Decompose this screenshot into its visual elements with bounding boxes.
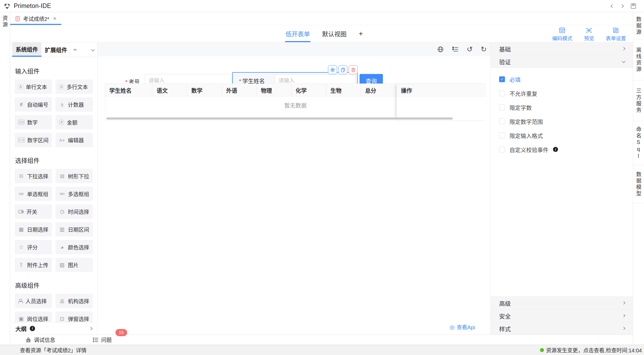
rail-item-named-sql[interactable]: 命名Sql <box>633 121 644 165</box>
problems-button[interactable]: 问题 15 <box>92 336 112 344</box>
add-view-button[interactable]: + <box>359 25 363 42</box>
component-card[interactable]: ≕多选框组 <box>55 187 93 201</box>
history-forward-icon[interactable] <box>621 4 623 8</box>
title-bar-actions <box>611 3 641 9</box>
form-settings-button[interactable]: 表单设置 <box>606 27 626 42</box>
component-card[interactable]: ◕颜色选择 <box>55 240 93 254</box>
single-line-text-icon: A <box>18 85 23 89</box>
table-column-header-actions[interactable]: 操作 <box>397 84 486 97</box>
component-card[interactable]: ≔单选框组 <box>15 187 52 201</box>
history-back-icon[interactable] <box>611 4 614 8</box>
input-format-checkbox[interactable] <box>499 133 505 138</box>
outline-toggle[interactable]: 大纲 i <box>10 322 97 335</box>
delete-field-button[interactable] <box>349 65 358 74</box>
component-card[interactable]: ▨图片 <box>55 258 93 272</box>
char-limit-checkbox[interactable] <box>499 104 505 110</box>
component-card[interactable]: ⊟下拉选择 <box>15 169 52 183</box>
date-range-icon: ▥ <box>59 226 65 233</box>
tab-extended-components[interactable]: 扩展组件 <box>41 42 71 57</box>
currency-icon: ¥ <box>59 120 64 125</box>
component-card[interactable]: ±计数器 <box>55 97 93 112</box>
view-bar: 低开表单 默认视图 + 编码模式 预览 表单设置 <box>10 25 633 42</box>
tab-default-view[interactable]: 默认视图 <box>322 25 347 42</box>
section-title-input-components: 输入组件 <box>15 66 93 75</box>
component-card[interactable]: ▤树形下拉 <box>55 169 93 183</box>
field-settings-button[interactable] <box>328 65 337 74</box>
rail-item-datasource[interactable]: 数据源 <box>633 12 644 40</box>
section-style[interactable]: 样式 <box>491 322 633 335</box>
outline-label: 大纲 <box>15 325 27 332</box>
rail-item-data-model[interactable]: 数据模型 <box>633 165 644 203</box>
table-column-header[interactable]: 语文 <box>152 84 187 96</box>
table-column-header[interactable]: 化学 <box>291 84 326 96</box>
outline-expand-icon[interactable] <box>89 327 93 330</box>
debug-info-button[interactable]: 调试信息 <box>25 336 55 344</box>
tab-low-code-form[interactable]: 低开表单 <box>286 25 310 42</box>
section-security[interactable]: 安全 <box>491 309 633 322</box>
view-api-link[interactable]: ◎ 查看Api <box>450 323 475 331</box>
component-card[interactable]: 123数字 <box>15 115 52 129</box>
custom-validation-label: 自定义校验事件 <box>509 146 548 154</box>
properties-bottom-sections: 高级 安全 样式 <box>491 296 633 335</box>
document-tab[interactable]: 考试成绩2* × <box>10 12 61 25</box>
no-duplicate-checkbox[interactable] <box>499 90 505 96</box>
custom-validation-checkbox[interactable] <box>499 147 505 152</box>
outline-tree-icon[interactable] <box>452 46 459 53</box>
section-advanced[interactable]: 高级 <box>491 296 633 309</box>
component-card[interactable]: ☆评分 <box>15 240 52 254</box>
component-card[interactable]: ▣岗位选择 <box>15 312 52 322</box>
table-column-header[interactable]: 外语 <box>222 84 257 96</box>
data-table-widget[interactable]: 学生姓名 语文 数学 外语 物理 化学 生物 总分 暂无数据 操作 <box>105 84 486 121</box>
chevron-right-icon <box>622 47 625 50</box>
resource-change-notice[interactable]: 资源发生变更，点击查看,检查时间:14:04 <box>540 346 642 354</box>
preview-button[interactable]: 预览 <box>584 27 594 42</box>
widget-action-buttons <box>328 65 358 74</box>
multi-line-text-icon: A <box>59 85 64 89</box>
switch-icon <box>18 210 24 213</box>
table-column-header[interactable]: 生物 <box>326 84 361 96</box>
component-card[interactable]: ▦日期选择 <box>15 222 52 236</box>
section-basic[interactable]: 基础 <box>491 42 633 55</box>
number-range-checkbox[interactable] <box>499 119 505 124</box>
component-card[interactable]: ⊡弹窗选择 <box>55 312 93 322</box>
component-card[interactable]: A多行文本 <box>55 80 93 94</box>
table-horizontal-scrollbar[interactable] <box>106 117 453 120</box>
close-tab-icon[interactable]: × <box>53 15 57 22</box>
section-style-label: 样式 <box>499 324 511 333</box>
copy-field-button[interactable] <box>338 65 347 74</box>
component-card[interactable]: ⇧附件上传 <box>15 258 52 272</box>
component-card[interactable]: 1~3数字区间 <box>15 133 52 147</box>
code-mode-button[interactable]: 编码模式 <box>552 27 572 42</box>
form-canvas[interactable]: ↺ ↻ *考号 *学生姓名 <box>98 42 490 335</box>
code-mode-label: 编码模式 <box>552 34 572 42</box>
section-validation[interactable]: 验证 <box>491 55 633 68</box>
i18n-globe-icon[interactable] <box>437 46 444 53</box>
sidebar-item-resources[interactable]: 资源 <box>1 15 9 345</box>
component-card[interactable]: ¥金额 <box>55 115 93 129</box>
component-card[interactable]: ◷时间选择 <box>55 204 93 219</box>
redo-icon[interactable]: ↻ <box>481 46 487 53</box>
query-form-row: *考号 *学生姓名 查询 <box>98 56 490 84</box>
component-card[interactable]: 品机构选择 <box>55 294 93 308</box>
table-column-header[interactable]: 学生姓名 <box>105 84 152 96</box>
rail-item-offline-resources[interactable]: 离线资源 <box>633 40 644 80</box>
tab-system-components[interactable]: 系统组件 <box>12 42 41 57</box>
component-card[interactable]: 开关 <box>15 204 52 219</box>
problems-count-badge: 15 <box>115 329 127 336</box>
component-filter-icon[interactable]: ≂ <box>73 42 77 57</box>
component-panel: 系统组件 扩展组件 ≂ 输入组件 A单行文本 A多行文本 #自动编号 ±计数器 … <box>10 42 98 335</box>
table-column-header[interactable]: 物理 <box>257 84 291 96</box>
table-column-header[interactable]: 总分 <box>361 84 397 96</box>
component-card[interactable]: ▥日期区间 <box>55 222 93 236</box>
save-icon[interactable] <box>630 3 637 9</box>
component-card[interactable]: #自动编号 <box>15 97 52 112</box>
undo-icon[interactable]: ↺ <box>467 46 473 53</box>
collapse-panel-icon[interactable] <box>92 42 94 57</box>
table-column-header[interactable]: 数学 <box>187 84 222 96</box>
bug-icon <box>25 337 32 343</box>
rail-item-third-party-services[interactable]: 三方服务 <box>633 80 644 121</box>
component-card[interactable]: 人员选择 <box>15 294 52 308</box>
component-card[interactable]: A≡编辑器 <box>55 133 93 147</box>
required-checkbox[interactable] <box>499 76 505 82</box>
component-card[interactable]: A单行文本 <box>15 80 52 94</box>
